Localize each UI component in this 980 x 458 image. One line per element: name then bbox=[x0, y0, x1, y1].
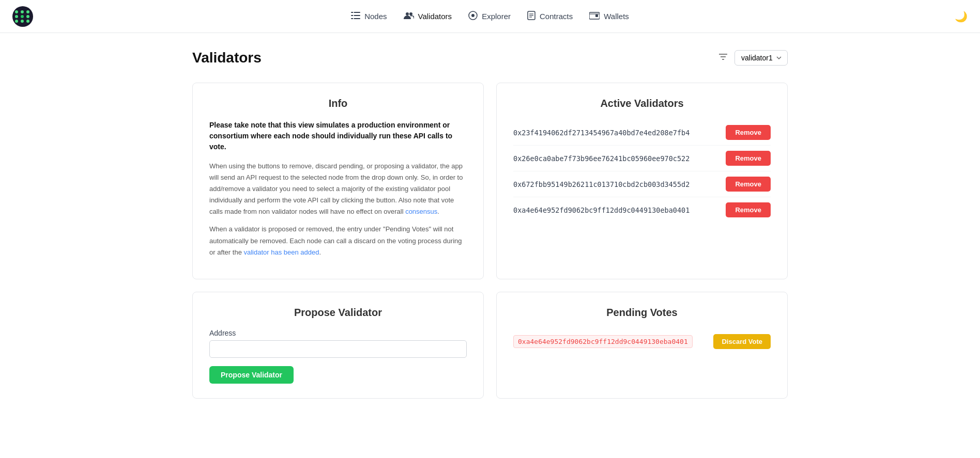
info-card: Info Please take note that this view sim… bbox=[192, 83, 484, 279]
explorer-icon bbox=[468, 11, 478, 22]
nav-contracts[interactable]: Contracts bbox=[527, 7, 573, 26]
svg-point-6 bbox=[406, 12, 409, 15]
remove-validator-3-button[interactable]: Remove bbox=[726, 177, 771, 192]
info-card-title: Info bbox=[209, 98, 467, 109]
discard-vote-button[interactable]: Discard Vote bbox=[713, 334, 771, 349]
svg-rect-1 bbox=[351, 15, 360, 16]
nodes-icon bbox=[351, 11, 360, 22]
validator-select[interactable]: validator1 validator2 validator3 bbox=[734, 50, 788, 66]
header-controls: validator1 validator2 validator3 bbox=[718, 50, 788, 66]
nav-nodes-label: Nodes bbox=[364, 12, 387, 21]
active-validators-card: Active Validators 0x23f4194062df27134549… bbox=[496, 83, 788, 279]
filter-icon[interactable] bbox=[718, 53, 728, 64]
remove-validator-4-button[interactable]: Remove bbox=[726, 202, 771, 217]
propose-validator-card: Propose Validator Address Propose Valida… bbox=[192, 292, 484, 399]
wallets-icon bbox=[589, 11, 600, 22]
pending-vote-row: 0xa4e64e952fd9062bc9ff12dd9c0449130eba04… bbox=[513, 329, 771, 354]
propose-validator-title: Propose Validator bbox=[209, 307, 467, 319]
svg-rect-5 bbox=[353, 18, 354, 19]
address-label: Address bbox=[209, 329, 467, 337]
app-logo[interactable] bbox=[12, 6, 33, 27]
nav-wallets-label: Wallets bbox=[604, 12, 629, 21]
validators-icon bbox=[404, 11, 414, 22]
svg-rect-4 bbox=[353, 15, 354, 16]
validator-row: 0x23f4194062df2713454967a40bd7e4ed208e7f… bbox=[513, 120, 771, 146]
added-link[interactable]: validator has been added bbox=[243, 248, 319, 256]
svg-rect-0 bbox=[351, 12, 360, 13]
navbar: Nodes Validators Explorer Contracts Wall… bbox=[0, 0, 980, 33]
contracts-icon bbox=[527, 11, 535, 22]
page-header: Validators validator1 validator2 validat… bbox=[192, 50, 788, 66]
svg-point-9 bbox=[471, 14, 474, 17]
remove-validator-1-button[interactable]: Remove bbox=[726, 125, 771, 140]
propose-validator-button[interactable]: Propose Validator bbox=[209, 366, 294, 384]
nav-validators-label: Validators bbox=[418, 12, 452, 21]
logo-dots bbox=[15, 10, 30, 23]
active-validators-title: Active Validators bbox=[513, 98, 771, 109]
nav-nodes[interactable]: Nodes bbox=[351, 7, 387, 26]
remove-validator-2-button[interactable]: Remove bbox=[726, 151, 771, 166]
svg-rect-2 bbox=[351, 18, 360, 19]
info-text-2: When a validator is proposed or removed,… bbox=[209, 224, 467, 258]
svg-rect-15 bbox=[595, 14, 598, 17]
page-content: Validators validator1 validator2 validat… bbox=[180, 33, 800, 415]
page-title: Validators bbox=[192, 50, 262, 66]
nav-explorer[interactable]: Explorer bbox=[468, 7, 511, 26]
pending-votes-title: Pending Votes bbox=[513, 307, 771, 319]
nav-explorer-label: Explorer bbox=[482, 12, 511, 21]
info-note: Please take note that this view simulate… bbox=[209, 120, 467, 152]
validator-address-2: 0x26e0ca0abe7f73b96ee76241bc05960ee970c5… bbox=[513, 154, 690, 163]
nav-wallets[interactable]: Wallets bbox=[589, 7, 629, 26]
validator-address-1: 0x23f4194062df2713454967a40bd7e4ed208e7f… bbox=[513, 129, 690, 137]
pending-votes-card: Pending Votes 0xa4e64e952fd9062bc9ff12dd… bbox=[496, 292, 788, 399]
info-text-1: When using the buttons to remove, discar… bbox=[209, 161, 467, 217]
pending-vote-address-1: 0xa4e64e952fd9062bc9ff12dd9c0449130eba04… bbox=[513, 335, 693, 348]
cards-grid: Info Please take note that this view sim… bbox=[192, 83, 788, 399]
validator-row: 0xa4e64e952fd9062bc9ff12dd9c0449130eba04… bbox=[513, 197, 771, 223]
validator-address-4: 0xa4e64e952fd9062bc9ff12dd9c0449130eba04… bbox=[513, 206, 690, 214]
svg-point-7 bbox=[409, 12, 412, 15]
svg-rect-3 bbox=[353, 12, 354, 13]
nav-validators[interactable]: Validators bbox=[404, 7, 452, 26]
validator-row: 0x672fbb95149b26211c013710cbd2cb003d3455… bbox=[513, 171, 771, 197]
validator-address-3: 0x672fbb95149b26211c013710cbd2cb003d3455… bbox=[513, 180, 690, 188]
nav-contracts-label: Contracts bbox=[540, 12, 573, 21]
address-input[interactable] bbox=[209, 340, 467, 358]
nav-links: Nodes Validators Explorer Contracts Wall… bbox=[351, 7, 629, 26]
consensus-link[interactable]: consensus bbox=[405, 208, 437, 215]
dark-mode-toggle[interactable]: 🌙 bbox=[955, 10, 968, 23]
validator-row: 0x26e0ca0abe7f73b96ee76241bc05960ee970c5… bbox=[513, 146, 771, 171]
